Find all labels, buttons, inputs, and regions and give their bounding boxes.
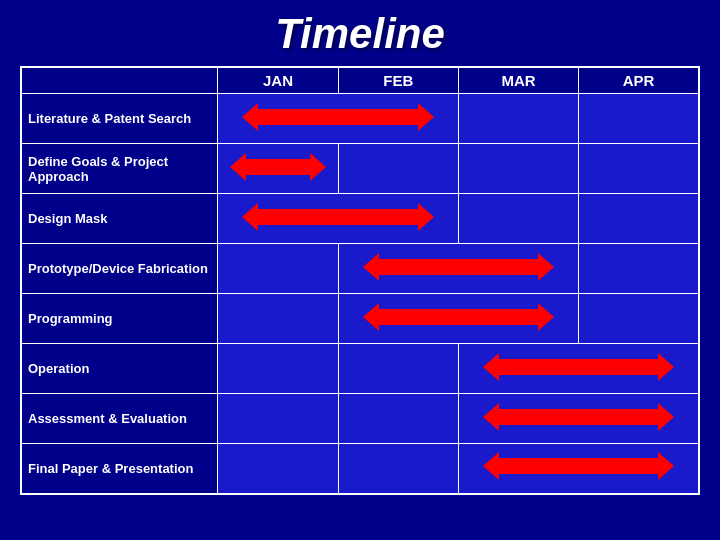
arrow-literature <box>242 103 434 131</box>
arrow-define-goals <box>230 153 325 181</box>
table-row: Assessment & Evaluation <box>21 394 699 444</box>
empty-cell-operation-col1 <box>218 344 338 394</box>
empty-cell-design-mask-col3 <box>458 194 578 244</box>
bar-cell-literature <box>218 94 459 144</box>
bar-cell-define-goals <box>218 144 338 194</box>
table-row: Design Mask <box>21 194 699 244</box>
task-label-assessment: Assessment & Evaluation <box>21 394 218 444</box>
empty-cell-define-goals-col3 <box>458 144 578 194</box>
empty-cell-define-goals-col4 <box>579 144 699 194</box>
table-row: Final Paper & Presentation <box>21 444 699 494</box>
task-label-prototype: Prototype/Device Fabrication <box>21 244 218 294</box>
task-label-operation: Operation <box>21 344 218 394</box>
arrow-programming <box>363 303 555 331</box>
table-row: Define Goals & Project Approach <box>21 144 699 194</box>
empty-cell-prototype-col1 <box>218 244 338 294</box>
table-row: Programming <box>21 294 699 344</box>
task-label-literature: Literature & Patent Search <box>21 94 218 144</box>
empty-cell-programming-col4 <box>579 294 699 344</box>
table-row: Prototype/Device Fabrication <box>21 244 699 294</box>
empty-cell-prototype-col4 <box>579 244 699 294</box>
bar-cell-operation <box>458 344 699 394</box>
empty-cell-define-goals-col2 <box>338 144 458 194</box>
page-title: Timeline <box>275 10 445 58</box>
col-feb: FEB <box>338 67 458 94</box>
bar-cell-final-paper <box>458 444 699 494</box>
col-jan: JAN <box>218 67 338 94</box>
col-apr: APR <box>579 67 699 94</box>
empty-cell-literature-col4 <box>579 94 699 144</box>
empty-cell-operation-col2 <box>338 344 458 394</box>
table-row: Literature & Patent Search <box>21 94 699 144</box>
empty-cell-literature-col3 <box>458 94 578 144</box>
empty-cell-programming-col1 <box>218 294 338 344</box>
arrow-final-paper <box>483 452 674 480</box>
col-mar: MAR <box>458 67 578 94</box>
arrow-operation <box>483 353 674 381</box>
header-row: JAN FEB MAR APR <box>21 67 699 94</box>
empty-cell-final-paper-col1 <box>218 444 338 494</box>
empty-cell-design-mask-col4 <box>579 194 699 244</box>
col-label <box>21 67 218 94</box>
arrow-assessment <box>483 403 674 431</box>
timeline-table: JAN FEB MAR APR Literature & Patent Sear… <box>20 66 700 495</box>
bar-cell-assessment <box>458 394 699 444</box>
task-label-define-goals: Define Goals & Project Approach <box>21 144 218 194</box>
table-row: Operation <box>21 344 699 394</box>
task-label-design-mask: Design Mask <box>21 194 218 244</box>
bar-cell-prototype <box>338 244 579 294</box>
task-label-final-paper: Final Paper & Presentation <box>21 444 218 494</box>
bar-cell-programming <box>338 294 579 344</box>
arrow-design-mask <box>242 203 434 231</box>
empty-cell-assessment-col2 <box>338 394 458 444</box>
task-label-programming: Programming <box>21 294 218 344</box>
arrow-prototype <box>363 253 555 281</box>
bar-cell-design-mask <box>218 194 459 244</box>
empty-cell-assessment-col1 <box>218 394 338 444</box>
empty-cell-final-paper-col2 <box>338 444 458 494</box>
